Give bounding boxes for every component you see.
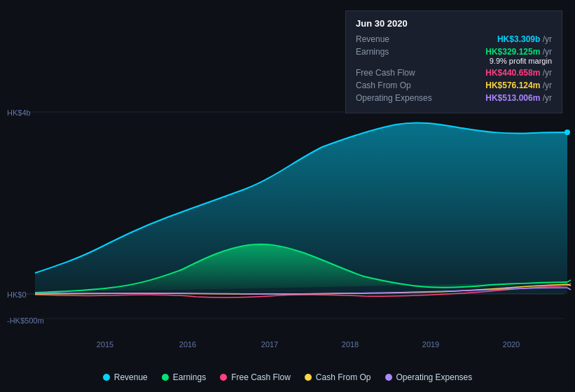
legend-cashop[interactable]: Cash From Op [305, 372, 371, 382]
x-label-2015: 2015 [97, 340, 113, 349]
legend-revenue[interactable]: Revenue [103, 372, 148, 382]
tooltip-title: Jun 30 2020 [356, 18, 552, 29]
tooltip-revenue-row: Revenue HK$3.309b /yr [356, 34, 552, 44]
tooltip-earnings-row: Earnings HK$329.125m /yr 9.9% profit mar… [356, 47, 552, 65]
tooltip-earnings-right: HK$329.125m /yr 9.9% profit margin [485, 47, 552, 65]
tooltip-earnings-label: Earnings [356, 47, 389, 57]
x-label-2019: 2019 [422, 340, 439, 349]
x-label-2018: 2018 [342, 340, 359, 349]
y-label-0: HK$0 [7, 290, 27, 299]
x-label-2016: 2016 [179, 340, 196, 349]
legend-cashop-label: Cash From Op [316, 372, 371, 382]
tooltip-opex-value: HK$513.006m /yr [485, 93, 552, 103]
legend-opex-label: Operating Expenses [396, 372, 473, 382]
legend-fcf[interactable]: Free Cash Flow [220, 372, 291, 382]
legend-fcf-dot [220, 374, 227, 381]
legend-fcf-label: Free Cash Flow [231, 372, 291, 382]
x-label-2017: 2017 [261, 340, 278, 349]
legend-opex-dot [385, 374, 392, 381]
legend-earnings-dot [162, 374, 169, 381]
x-label-2020: 2020 [503, 340, 520, 349]
legend-earnings-label: Earnings [173, 372, 206, 382]
chart-container: HK$4b HK$0 -HK$500m 2015 2016 2017 2018 … [0, 0, 575, 392]
legend-revenue-dot [103, 374, 110, 381]
tooltip-earnings-value: HK$329.125m /yr [485, 47, 552, 57]
tooltip-margin: 9.9% profit margin [490, 57, 552, 65]
tooltip-cashop-row: Cash From Op HK$576.124m /yr [356, 80, 552, 90]
tooltip-opex-label: Operating Expenses [356, 93, 432, 103]
revenue-dot [564, 130, 570, 135]
legend-revenue-label: Revenue [114, 372, 148, 382]
y-label-neg500m: -HK$500m [7, 316, 44, 325]
legend-earnings[interactable]: Earnings [162, 372, 206, 382]
legend-cashop-dot [305, 374, 312, 381]
tooltip-opex-row: Operating Expenses HK$513.006m /yr [356, 93, 552, 103]
chart-legend: Revenue Earnings Free Cash Flow Cash Fro… [0, 372, 575, 382]
legend-opex[interactable]: Operating Expenses [385, 372, 473, 382]
tooltip-revenue-label: Revenue [356, 34, 389, 44]
tooltip-fcf-label: Free Cash Flow [356, 68, 415, 78]
data-tooltip: Jun 30 2020 Revenue HK$3.309b /yr Earnin… [345, 10, 562, 113]
tooltip-cashop-value: HK$576.124m /yr [485, 80, 552, 90]
y-label-4b: HK$4b [7, 108, 31, 117]
tooltip-fcf-value: HK$440.658m /yr [485, 68, 552, 78]
tooltip-fcf-row: Free Cash Flow HK$440.658m /yr [356, 68, 552, 78]
tooltip-revenue-value: HK$3.309b /yr [497, 34, 552, 44]
tooltip-cashop-label: Cash From Op [356, 80, 411, 90]
